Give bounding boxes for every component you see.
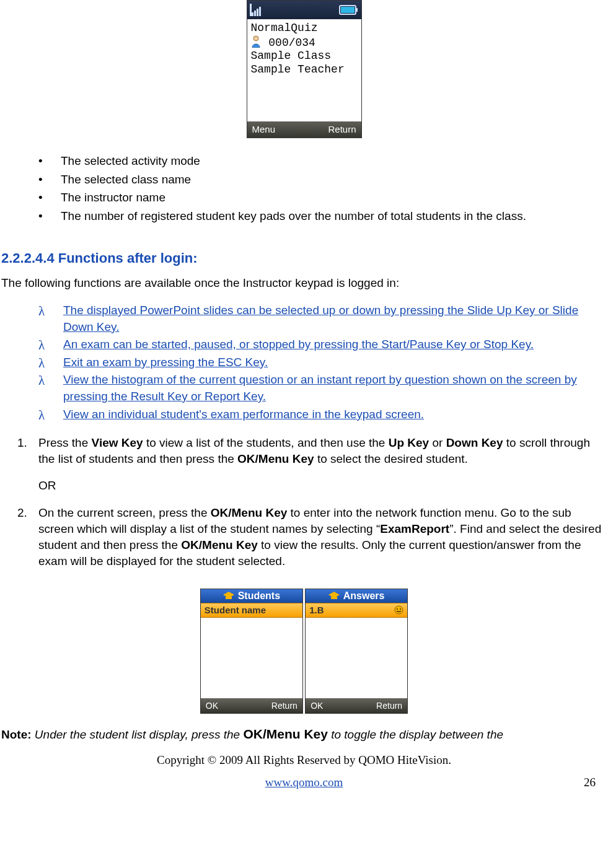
graduation-cap-icon <box>223 592 234 600</box>
or-label: OR <box>38 478 606 494</box>
bullet-item: The instructor name <box>38 190 608 206</box>
panel-empty-area <box>201 618 302 698</box>
selected-row[interactable]: 1.B <box>306 603 407 618</box>
softkey-ok[interactable]: OK <box>206 701 218 711</box>
key-name: View Key <box>92 436 143 449</box>
panel-title-bar: Answers <box>306 589 407 603</box>
phone-figure-2: Students Student name OK Return Answers <box>0 589 608 714</box>
lambda-link-text[interactable]: An exam can be started, paused, or stopp… <box>63 338 534 351</box>
svg-point-14 <box>397 608 398 610</box>
class-name-line: Sample Class <box>251 50 358 63</box>
phone-figure-1: NormalQuiz 000/034 Sample Class Sample T… <box>0 0 608 138</box>
document-page: NormalQuiz 000/034 Sample Class Sample T… <box>0 0 608 803</box>
item-number: 1. <box>17 435 27 451</box>
text-fragment: to toggle the display between the <box>328 728 503 741</box>
svg-rect-12 <box>331 597 337 599</box>
key-name: ExamReport <box>380 522 449 535</box>
counts-line: 000/034 <box>251 35 358 50</box>
phone-softkey-bar: Menu Return <box>247 121 361 138</box>
text-fragment: Press the <box>38 436 92 449</box>
signal-icon <box>250 4 263 16</box>
lambda-item: λExit an exam by pressing the ESC Key. <box>38 354 606 371</box>
panel-empty-area <box>306 618 407 698</box>
selected-row[interactable]: Student name <box>201 603 302 618</box>
answers-panel: Answers 1.B OK Return <box>305 589 408 714</box>
svg-rect-2 <box>254 11 256 16</box>
lambda-icon: λ <box>38 406 45 424</box>
bullet-item: The selected activity mode <box>38 153 608 170</box>
lambda-item: λAn exam can be started, paused, or stop… <box>38 336 606 353</box>
person-icon <box>251 35 261 48</box>
svg-point-15 <box>400 608 401 610</box>
phone-body: NormalQuiz 000/034 Sample Class Sample T… <box>247 19 361 121</box>
text-fragment: or <box>429 436 446 449</box>
panel-softkey-bar: OK Return <box>306 698 407 713</box>
lambda-link-text[interactable]: Exit an exam by pressing the ESC Key. <box>63 356 268 369</box>
lambda-item: λView the histogram of the current quest… <box>38 372 606 405</box>
selected-row-text: Student name <box>205 605 266 615</box>
lambda-icon: λ <box>38 354 45 372</box>
key-name: Up Key <box>389 436 429 449</box>
svg-rect-3 <box>257 9 258 16</box>
teacher-name-line: Sample Teacher <box>251 63 358 77</box>
numbered-item: 1. Press the View Key to view a list of … <box>17 435 606 494</box>
info-bullet-list: The selected activity mode The selected … <box>38 153 608 224</box>
panel-title: Answers <box>343 590 385 602</box>
numbered-item: 2. On the current screen, press the OK/M… <box>17 505 606 570</box>
lambda-item: λThe displayed PowerPoint slides can be … <box>38 302 606 335</box>
phone-screen: NormalQuiz 000/034 Sample Class Sample T… <box>247 0 362 138</box>
key-name: OK/Menu Key <box>211 506 288 519</box>
svg-rect-1 <box>252 12 253 16</box>
quiz-mode-line: NormalQuiz <box>251 22 358 35</box>
key-name: OK/Menu Key <box>237 452 314 465</box>
copyright-line: Copyright © 2009 All Rights Reserved by … <box>0 753 608 767</box>
note-paragraph: Note: Under the student list display, pr… <box>1 725 607 743</box>
softkey-ok[interactable]: OK <box>311 701 323 711</box>
item-number: 2. <box>17 505 27 521</box>
lambda-link-text[interactable]: View the histogram of the current questi… <box>63 373 577 403</box>
svg-rect-6 <box>341 7 355 13</box>
text-fragment: to view a list of the students, and then… <box>143 436 389 449</box>
panel-title: Students <box>238 590 280 602</box>
lambda-icon: λ <box>38 336 45 354</box>
svg-point-13 <box>395 606 403 614</box>
graduation-cap-icon <box>328 592 340 600</box>
battery-icon <box>339 4 359 15</box>
panel-title-bar: Students <box>201 589 302 603</box>
softkey-menu[interactable]: Menu <box>252 124 276 135</box>
numbered-instruction-list: 1. Press the View Key to view a list of … <box>17 435 606 570</box>
key-name: OK/Menu Key <box>181 538 258 551</box>
svg-point-8 <box>253 36 258 41</box>
lambda-link-text[interactable]: The displayed PowerPoint slides can be s… <box>63 304 578 333</box>
svg-rect-0 <box>250 4 252 16</box>
text-fragment: to select the desired student. <box>314 452 468 465</box>
lambda-function-list: λThe displayed PowerPoint slides can be … <box>38 302 606 423</box>
softkey-return[interactable]: Return <box>271 701 297 711</box>
footer-link-line: www.qomo.com 26 <box>0 776 608 792</box>
lambda-icon: λ <box>38 372 45 390</box>
text-fragment: Under the student list display, press th… <box>32 728 244 741</box>
footer-url-wrap: www.qomo.com <box>0 776 608 789</box>
lambda-item: λView an individual student's exam perfo… <box>38 406 606 423</box>
svg-rect-4 <box>259 7 261 16</box>
note-lead: Note: <box>1 728 32 741</box>
lambda-icon: λ <box>38 302 45 320</box>
key-name: Down Key <box>446 436 503 449</box>
phone-status-bar <box>247 1 361 19</box>
text-fragment: On the current screen, press the <box>38 506 211 519</box>
smiley-icon <box>394 605 403 615</box>
panel-softkey-bar: OK Return <box>201 698 302 713</box>
students-panel: Students Student name OK Return <box>200 589 303 714</box>
softkey-return[interactable]: Return <box>376 701 402 711</box>
svg-rect-10 <box>226 597 232 599</box>
counts-text: 000/034 <box>268 37 315 49</box>
section-heading: 2.2.2.4.4 Functions after login: <box>1 250 608 266</box>
lambda-link-text[interactable]: View an individual student's exam perfor… <box>63 408 424 421</box>
footer-url-link[interactable]: www.qomo.com <box>265 776 343 789</box>
bullet-item: The selected class name <box>38 172 608 188</box>
softkey-return[interactable]: Return <box>328 124 356 135</box>
bullet-item: The number of registered student key pad… <box>38 208 608 225</box>
page-number: 26 <box>584 776 596 789</box>
key-name: OK/Menu Key <box>243 727 328 741</box>
selected-row-text: 1.B <box>309 605 324 615</box>
